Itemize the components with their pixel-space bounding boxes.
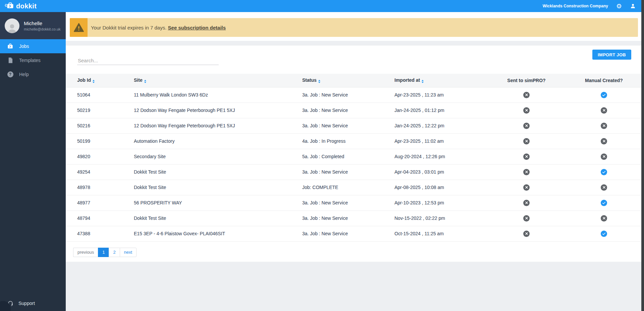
import-job-button[interactable]: IMPORT JOB: [592, 50, 631, 60]
column-header-site[interactable]: Site: [133, 74, 302, 87]
status-cell: 5a. Job : Completed: [302, 149, 394, 164]
column-label: Job Id: [77, 77, 91, 83]
job-id-cell: 49820: [66, 149, 133, 164]
imported-at-cell: Apr-08-2025 , 10:08 am: [394, 180, 486, 195]
pagination-page-2[interactable]: 2: [109, 248, 119, 257]
cross-circle-icon: [523, 123, 530, 129]
table-row: 47388E15 3EP - 4-6 Plaistow Govex- PLAI0…: [66, 226, 641, 241]
sent-to-simpro-cell: [486, 118, 567, 133]
sidebar-item-jobs[interactable]: Jobs: [0, 39, 66, 53]
imported-at-cell: Jan-24-2025 , 01:12 pm: [394, 103, 486, 118]
avatar: [5, 18, 19, 33]
column-label: Site: [134, 77, 143, 83]
sent-to-simpro-cell: [486, 226, 567, 241]
sort-arrows-icon[interactable]: [144, 80, 146, 83]
site-cell: Dokkit Test Site: [133, 164, 302, 180]
check-circle-icon: [601, 200, 607, 206]
sort-arrows-icon[interactable]: [318, 80, 320, 83]
imported-at-cell: Apr-04-2023 , 03:01 pm: [394, 164, 486, 180]
job-id-cell: 48977: [66, 195, 133, 210]
manual-created-cell: [567, 195, 641, 210]
trial-message-text: Your Dokkit trial expires in 7 days.: [91, 25, 166, 30]
jobs-table: Job IdSiteStatusImported atSent to simPR…: [66, 74, 641, 242]
top-bar: dokkit Wicklands Construction Company ⚙: [0, 0, 641, 12]
sidebar-item-label: Help: [19, 72, 29, 77]
cross-circle-icon: [523, 169, 530, 175]
table-row: 5021912 Dodson Way Fengate Peterborough …: [66, 103, 641, 118]
cross-circle-icon: [523, 138, 530, 144]
sidebar-item-templates[interactable]: Templates: [0, 53, 66, 67]
pagination-previous-button[interactable]: previous: [73, 248, 98, 257]
manual-created-cell: [567, 180, 641, 195]
cross-circle-icon: [601, 138, 607, 144]
sent-to-simpro-cell: [486, 195, 567, 210]
manual-created-cell: [567, 149, 641, 164]
search-input[interactable]: [77, 56, 219, 65]
status-cell: 4a. Job : In Progress: [302, 133, 394, 149]
trial-banner: Your Dokkit trial expires in 7 days. See…: [70, 18, 638, 37]
brand: dokkit: [5, 2, 37, 10]
sent-to-simpro-cell: [486, 180, 567, 195]
job-id-cell: 47388: [66, 226, 133, 241]
table-row: 4897756 PROSPERITY WAY3a. Job : New Serv…: [66, 195, 641, 210]
warning-icon: [70, 18, 88, 37]
sort-arrows-icon[interactable]: [93, 80, 95, 83]
job-id-cell: 48794: [66, 210, 133, 226]
sent-to-simpro-cell: [486, 87, 567, 103]
column-header-manual-created: Manual Created?: [567, 74, 641, 87]
pagination-next-button[interactable]: next: [120, 248, 137, 257]
table-row: 49820Secondary Site5a. Job : CompletedAu…: [66, 149, 641, 164]
table-row: 48978Dokkit Test SiteJob: COMPLETEApr-08…: [66, 180, 641, 195]
pagination-page-1[interactable]: 1: [98, 248, 109, 257]
file-icon: [7, 57, 13, 63]
table-header-row: Job IdSiteStatusImported atSent to simPR…: [66, 74, 641, 87]
status-cell: 3a. Job : New Service: [302, 164, 394, 180]
scrollbar[interactable]: [641, 0, 644, 311]
jobs-card: IMPORT JOB Job IdSiteStatusImported atSe…: [66, 46, 641, 262]
table-row: 49254Dokkit Test Site3a. Job : New Servi…: [66, 164, 641, 180]
company-name: Wicklands Construction Company: [543, 4, 608, 8]
column-label: Manual Created?: [585, 78, 623, 83]
site-cell: Dokkit Test Site: [133, 180, 302, 195]
subscription-details-link[interactable]: See subscription details: [168, 25, 226, 30]
column-header-imported-at[interactable]: Imported at: [394, 74, 486, 87]
check-circle-icon: [601, 169, 607, 175]
site-cell: E15 3EP - 4-6 Plaistow Govex- PLAI046SIT: [133, 226, 302, 241]
manual-created-cell: [567, 133, 641, 149]
cross-circle-icon: [601, 123, 607, 129]
check-circle-icon: [601, 231, 607, 237]
brand-name: dokkit: [16, 2, 37, 10]
sidebar-item-label: Templates: [19, 58, 41, 63]
column-header-status[interactable]: Status: [302, 74, 394, 87]
job-id-cell: 51064: [66, 87, 133, 103]
briefcase-icon: [7, 43, 13, 49]
sidebar: Michelle michelle@dokkit.co.uk Jobs Temp…: [0, 12, 66, 311]
cross-circle-icon: [523, 184, 530, 191]
check-circle-icon: [601, 92, 607, 98]
manual-created-cell: [567, 164, 641, 180]
settings-gear-icon[interactable]: ⚙: [616, 3, 622, 9]
user-email: michelle@dokkit.co.uk: [24, 27, 61, 31]
support-label: Support: [18, 301, 35, 306]
sort-arrows-icon[interactable]: [422, 80, 424, 83]
section-divider: [66, 41, 641, 46]
table-row: 50199Automation Factory4a. Job : In Prog…: [66, 133, 641, 149]
cross-circle-icon: [523, 215, 530, 222]
question-icon: ?: [7, 71, 13, 77]
status-cell: 3a. Job : New Service: [302, 195, 394, 210]
site-cell: 56 PROSPERITY WAY: [133, 195, 302, 210]
manual-created-cell: [567, 226, 641, 241]
imported-at-cell: Apr-23-2025 , 11:23 am: [394, 87, 486, 103]
sent-to-simpro-cell: [486, 149, 567, 164]
manual-created-cell: [567, 118, 641, 133]
sidebar-item-label: Jobs: [19, 44, 29, 49]
status-cell: 3a. Job : New Service: [302, 103, 394, 118]
imported-at-cell: Aug-20-2024 , 12:26 pm: [394, 149, 486, 164]
column-header-job-id[interactable]: Job Id: [66, 74, 133, 87]
sent-to-simpro-cell: [486, 133, 567, 149]
table-row: 5021612 Dodson Way Fengate Peterborough …: [66, 118, 641, 133]
account-person-icon[interactable]: [630, 3, 636, 9]
status-cell: 3a. Job : New Service: [302, 226, 394, 241]
job-id-cell: 50199: [66, 133, 133, 149]
sidebar-item-help[interactable]: ?Help: [0, 67, 66, 81]
